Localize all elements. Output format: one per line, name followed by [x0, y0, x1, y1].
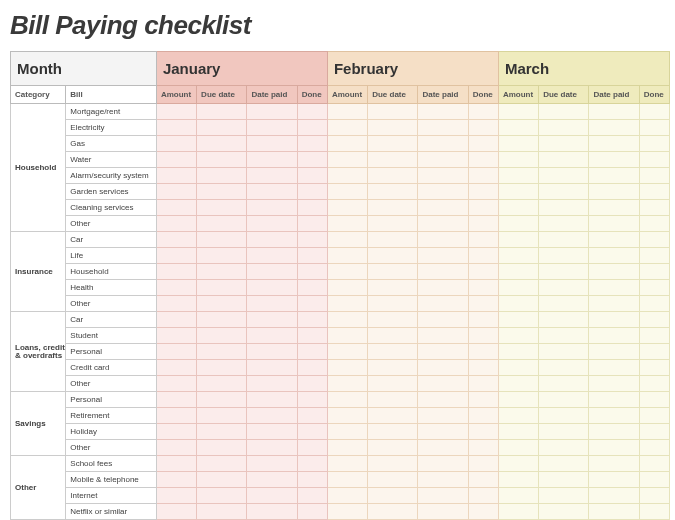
data-cell[interactable]: [418, 344, 468, 360]
data-cell[interactable]: [639, 424, 669, 440]
data-cell[interactable]: [156, 248, 196, 264]
data-cell[interactable]: [156, 152, 196, 168]
data-cell[interactable]: [368, 376, 418, 392]
data-cell[interactable]: [247, 200, 297, 216]
data-cell[interactable]: [197, 104, 247, 120]
data-cell[interactable]: [418, 424, 468, 440]
data-cell[interactable]: [247, 488, 297, 504]
data-cell[interactable]: [197, 216, 247, 232]
data-cell[interactable]: [368, 328, 418, 344]
data-cell[interactable]: [247, 376, 297, 392]
data-cell[interactable]: [368, 152, 418, 168]
data-cell[interactable]: [156, 392, 196, 408]
data-cell[interactable]: [197, 344, 247, 360]
data-cell[interactable]: [327, 408, 367, 424]
data-cell[interactable]: [539, 328, 589, 344]
data-cell[interactable]: [327, 360, 367, 376]
data-cell[interactable]: [368, 488, 418, 504]
data-cell[interactable]: [498, 392, 538, 408]
data-cell[interactable]: [498, 136, 538, 152]
data-cell[interactable]: [418, 296, 468, 312]
data-cell[interactable]: [468, 136, 498, 152]
data-cell[interactable]: [297, 456, 327, 472]
data-cell[interactable]: [639, 232, 669, 248]
data-cell[interactable]: [156, 136, 196, 152]
data-cell[interactable]: [589, 200, 639, 216]
data-cell[interactable]: [197, 184, 247, 200]
data-cell[interactable]: [247, 232, 297, 248]
data-cell[interactable]: [498, 152, 538, 168]
data-cell[interactable]: [418, 488, 468, 504]
data-cell[interactable]: [589, 376, 639, 392]
data-cell[interactable]: [297, 280, 327, 296]
data-cell[interactable]: [197, 296, 247, 312]
data-cell[interactable]: [247, 168, 297, 184]
data-cell[interactable]: [327, 424, 367, 440]
data-cell[interactable]: [297, 104, 327, 120]
data-cell[interactable]: [498, 168, 538, 184]
data-cell[interactable]: [247, 440, 297, 456]
data-cell[interactable]: [468, 504, 498, 520]
data-cell[interactable]: [368, 504, 418, 520]
data-cell[interactable]: [589, 152, 639, 168]
data-cell[interactable]: [197, 200, 247, 216]
data-cell[interactable]: [418, 136, 468, 152]
data-cell[interactable]: [247, 504, 297, 520]
data-cell[interactable]: [368, 456, 418, 472]
data-cell[interactable]: [156, 200, 196, 216]
data-cell[interactable]: [589, 488, 639, 504]
data-cell[interactable]: [297, 216, 327, 232]
data-cell[interactable]: [539, 472, 589, 488]
data-cell[interactable]: [589, 264, 639, 280]
data-cell[interactable]: [639, 312, 669, 328]
data-cell[interactable]: [498, 312, 538, 328]
data-cell[interactable]: [468, 104, 498, 120]
data-cell[interactable]: [468, 232, 498, 248]
data-cell[interactable]: [539, 184, 589, 200]
data-cell[interactable]: [297, 248, 327, 264]
data-cell[interactable]: [589, 392, 639, 408]
data-cell[interactable]: [297, 184, 327, 200]
data-cell[interactable]: [539, 136, 589, 152]
data-cell[interactable]: [197, 408, 247, 424]
data-cell[interactable]: [589, 360, 639, 376]
data-cell[interactable]: [539, 232, 589, 248]
data-cell[interactable]: [539, 280, 589, 296]
data-cell[interactable]: [498, 488, 538, 504]
data-cell[interactable]: [156, 296, 196, 312]
data-cell[interactable]: [418, 456, 468, 472]
data-cell[interactable]: [327, 376, 367, 392]
data-cell[interactable]: [639, 488, 669, 504]
data-cell[interactable]: [639, 136, 669, 152]
data-cell[interactable]: [498, 360, 538, 376]
data-cell[interactable]: [156, 184, 196, 200]
data-cell[interactable]: [327, 216, 367, 232]
data-cell[interactable]: [327, 472, 367, 488]
data-cell[interactable]: [498, 424, 538, 440]
data-cell[interactable]: [498, 376, 538, 392]
data-cell[interactable]: [468, 344, 498, 360]
data-cell[interactable]: [539, 504, 589, 520]
data-cell[interactable]: [418, 152, 468, 168]
data-cell[interactable]: [539, 120, 589, 136]
data-cell[interactable]: [589, 104, 639, 120]
data-cell[interactable]: [368, 200, 418, 216]
data-cell[interactable]: [539, 408, 589, 424]
data-cell[interactable]: [247, 312, 297, 328]
data-cell[interactable]: [589, 216, 639, 232]
data-cell[interactable]: [418, 264, 468, 280]
data-cell[interactable]: [468, 424, 498, 440]
data-cell[interactable]: [498, 440, 538, 456]
data-cell[interactable]: [589, 296, 639, 312]
data-cell[interactable]: [498, 296, 538, 312]
data-cell[interactable]: [247, 264, 297, 280]
data-cell[interactable]: [156, 312, 196, 328]
data-cell[interactable]: [297, 488, 327, 504]
data-cell[interactable]: [327, 456, 367, 472]
data-cell[interactable]: [589, 184, 639, 200]
data-cell[interactable]: [468, 152, 498, 168]
data-cell[interactable]: [539, 296, 589, 312]
data-cell[interactable]: [468, 312, 498, 328]
data-cell[interactable]: [539, 312, 589, 328]
data-cell[interactable]: [468, 472, 498, 488]
